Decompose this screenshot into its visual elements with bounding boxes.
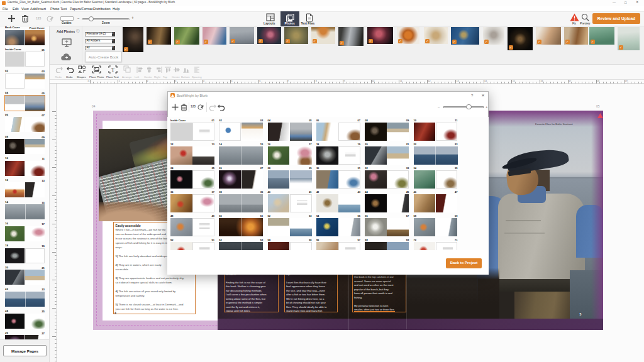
svg-text:T: T	[111, 67, 114, 73]
